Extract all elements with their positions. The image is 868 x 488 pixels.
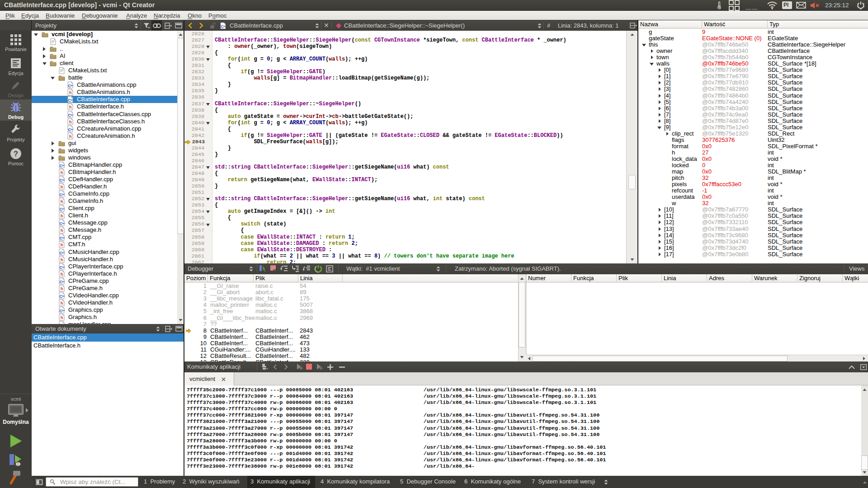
- svg-text:?: ?: [14, 150, 18, 158]
